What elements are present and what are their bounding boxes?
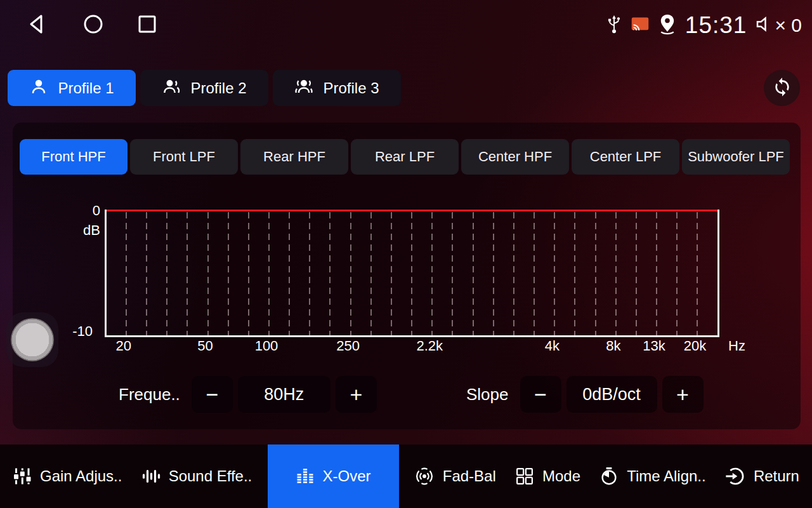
nav-item-xover[interactable]: X-Over [268, 444, 399, 508]
back-icon[interactable] [27, 13, 49, 36]
fad-bal-icon [414, 466, 435, 486]
refresh-icon [772, 77, 792, 100]
frequency-control: Freque.. − 80Hz + [119, 376, 377, 413]
volume-level: × 0 [775, 15, 802, 36]
filter-tab-center-hpf[interactable]: Center HPF [461, 139, 569, 175]
x-tick-label: 8k [606, 338, 620, 354]
x-tick-label: 100 [255, 338, 278, 354]
nav-item-fad-bal[interactable]: Fad-Bal [410, 444, 500, 508]
profile-tab-label: Profile 1 [58, 79, 114, 97]
nav-item-mode[interactable]: Mode [511, 444, 584, 508]
slope-control: Slope − 0dB/oct + [466, 376, 704, 413]
filter-tabs: Front HPFFront LPFRear HPFRear LPFCenter… [20, 139, 790, 175]
slope-plus-button[interactable]: + [662, 376, 704, 413]
chart-gridline [615, 212, 617, 335]
filter-tab-front-hpf[interactable]: Front HPF [20, 139, 128, 175]
x-tick-label: 20 [116, 338, 131, 354]
gain-sliders-icon [13, 467, 32, 486]
chart-gridline [656, 212, 657, 335]
profile-tab-label: Profile 2 [190, 79, 246, 97]
knob-icon [11, 318, 54, 361]
chart-gridline [493, 212, 494, 335]
refresh-button[interactable] [764, 70, 800, 106]
slope-minus-button[interactable]: − [520, 376, 561, 413]
nav-item-label: X-Over [323, 467, 371, 485]
chart-gridline [187, 212, 188, 335]
users-group-icon [294, 77, 313, 100]
filter-tab-center-lpf[interactable]: Center LPF [572, 139, 679, 175]
filter-tab-front-lpf[interactable]: Front LPF [130, 139, 238, 175]
user-icon [29, 77, 48, 100]
filter-tab-rear-hpf[interactable]: Rear HPF [240, 139, 348, 175]
chart-gridline [391, 212, 392, 335]
android-nav-bar [27, 13, 157, 36]
sound-effect-icon [141, 467, 160, 486]
chart-gridline [248, 212, 249, 335]
chart-gridline [207, 212, 209, 335]
frequency-plus-button[interactable]: + [336, 376, 377, 413]
filter-tab-subwoofer-lpf[interactable]: Subwoofer LPF [682, 139, 790, 175]
chart-x-labels: 20501002502.2k4k8k13k20k [105, 338, 716, 356]
floating-assist-button[interactable] [6, 312, 58, 367]
location-icon [657, 13, 678, 37]
chart-gridline [126, 212, 127, 335]
chart-gridline [554, 212, 555, 335]
profile-tab-2[interactable]: Profile 2 [140, 70, 268, 106]
chart-gridline [574, 212, 575, 335]
nav-item-label: Return [754, 467, 799, 485]
chart-gridline [676, 212, 678, 335]
volume-status: × 0 [754, 15, 802, 36]
time-align-icon [599, 467, 619, 486]
chart-gridline [431, 212, 433, 335]
head-unit-screen: 15:31 × 0 Profile 1 [0, 0, 812, 508]
nav-item-label: Time Align.. [627, 467, 706, 485]
chart-gridline [513, 212, 514, 335]
cast-icon [631, 16, 650, 35]
chart-gridline [636, 212, 637, 335]
nav-item-time-align[interactable]: Time Align.. [596, 444, 710, 508]
slope-value: 0dB/oct [566, 376, 657, 413]
chart-gridline [289, 212, 290, 335]
chart-gridline [534, 212, 535, 335]
frequency-value: 80Hz [238, 376, 331, 413]
return-icon [725, 466, 745, 486]
x-tick-label: 20k [684, 338, 706, 354]
frequency-label: Freque.. [119, 385, 180, 404]
y-axis-label-top: 0 [62, 203, 100, 219]
x-tick-label: 250 [336, 338, 360, 354]
profile-tabs: Profile 1 Profile 2 Profile [8, 70, 401, 106]
filter-tab-rear-lpf[interactable]: Rear LPF [351, 139, 459, 175]
y-axis-label-bottom: -10 [55, 323, 93, 340]
y-axis-unit-label: dB [62, 222, 100, 239]
frequency-minus-button[interactable]: − [192, 376, 233, 413]
mode-grid-icon [515, 467, 534, 486]
xover-panel: Front HPFFront LPFRear HPFRear LPFCenter… [13, 123, 801, 429]
nav-item-label: Mode [542, 467, 580, 485]
chart-series-line [107, 210, 717, 211]
chart-gridline [309, 212, 310, 335]
users-icon [162, 77, 181, 100]
chart-gridline [146, 212, 147, 335]
chart-gridline [329, 212, 331, 335]
x-tick-label: 13k [643, 338, 665, 354]
chart-gridline [370, 212, 372, 335]
profile-tab-3[interactable]: Profile 3 [273, 70, 401, 106]
slope-label: Slope [466, 385, 509, 404]
nav-item-sound-effect[interactable]: Sound Effe.. [138, 444, 256, 508]
nav-item-return[interactable]: Return [721, 444, 803, 508]
chart-gridline [595, 212, 596, 335]
nav-item-gain-adjust[interactable]: Gain Adjus.. [9, 444, 126, 508]
recents-icon[interactable] [137, 14, 157, 34]
chart-gridline [452, 212, 453, 335]
x-tick-label: 2.2k [417, 338, 443, 354]
volume-muted-icon [754, 15, 773, 36]
profile-tab-1[interactable]: Profile 1 [8, 70, 136, 106]
x-tick-label: 4k [545, 338, 560, 354]
home-icon[interactable] [82, 13, 104, 35]
x-axis-unit-label: Hz [728, 338, 745, 354]
chart-plot [105, 210, 719, 337]
usb-icon [605, 15, 623, 36]
status-bar: 15:31 × 0 [605, 8, 802, 43]
x-tick-label: 50 [197, 338, 213, 354]
profile-tab-label: Profile 3 [323, 79, 379, 97]
